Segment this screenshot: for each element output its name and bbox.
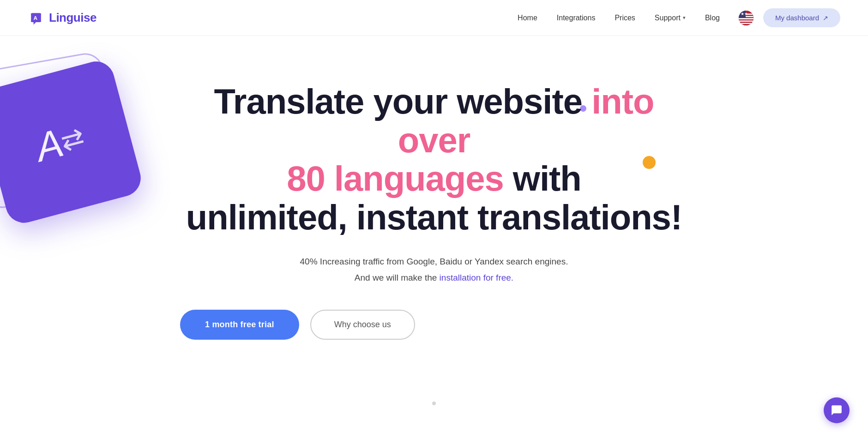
hero-title-line1: Translate your website into over <box>214 82 654 160</box>
chevron-down-icon: ▾ <box>683 15 686 21</box>
hero-title-line2: 80 languages with <box>287 159 581 198</box>
nav-prices[interactable]: Prices <box>615 14 635 22</box>
nav-integrations[interactable]: Integrations <box>557 14 596 22</box>
svg-rect-20 <box>739 22 754 23</box>
navbar: A Linguise Home Integrations Prices Supp… <box>0 0 868 36</box>
nav-links: Home Integrations Prices Support ▾ Blog <box>518 14 720 22</box>
nav-support[interactable]: Support ▾ <box>655 14 686 22</box>
scroll-dot-1 <box>432 402 436 405</box>
svg-text:A: A <box>34 14 38 20</box>
svg-rect-17 <box>739 18 754 19</box>
nav-home[interactable]: Home <box>518 14 537 22</box>
chat-bubble[interactable] <box>824 397 850 423</box>
installation-link[interactable]: installation for free. <box>440 273 514 282</box>
svg-rect-19 <box>739 20 754 22</box>
scroll-indicator <box>432 402 436 405</box>
hero-title-block: Translate your website into over 80 lang… <box>180 82 688 236</box>
logo-link[interactable]: A Linguise <box>28 10 96 26</box>
translate-card-icon: A ⇄ <box>0 57 145 227</box>
nav-blog[interactable]: Blog <box>705 14 720 22</box>
free-trial-button[interactable]: 1 month free trial <box>180 310 299 340</box>
hero-headline: Translate your website into over 80 lang… <box>180 82 688 340</box>
svg-text:★★★: ★★★ <box>739 12 748 16</box>
svg-rect-22 <box>739 24 754 26</box>
svg-rect-21 <box>739 23 754 24</box>
hero-title-line3: unlimited, instant translations! <box>186 198 682 237</box>
hero-section: A ⇄ Translate your website into over 80 … <box>0 36 868 419</box>
cta-buttons: 1 month free trial Why choose us <box>180 310 688 340</box>
external-link-icon: ↗ <box>823 14 828 22</box>
dashboard-button[interactable]: My dashboard ↗ <box>763 8 840 27</box>
hero-subtitle: 40% Increasing traffic from Google, Baid… <box>180 254 688 285</box>
logo-icon: A <box>28 10 44 26</box>
language-selector[interactable]: ★★★ <box>738 10 754 26</box>
chat-icon <box>831 404 843 416</box>
logo-text: Linguise <box>49 11 96 25</box>
svg-rect-18 <box>739 19 754 21</box>
why-choose-us-button[interactable]: Why choose us <box>310 310 415 340</box>
